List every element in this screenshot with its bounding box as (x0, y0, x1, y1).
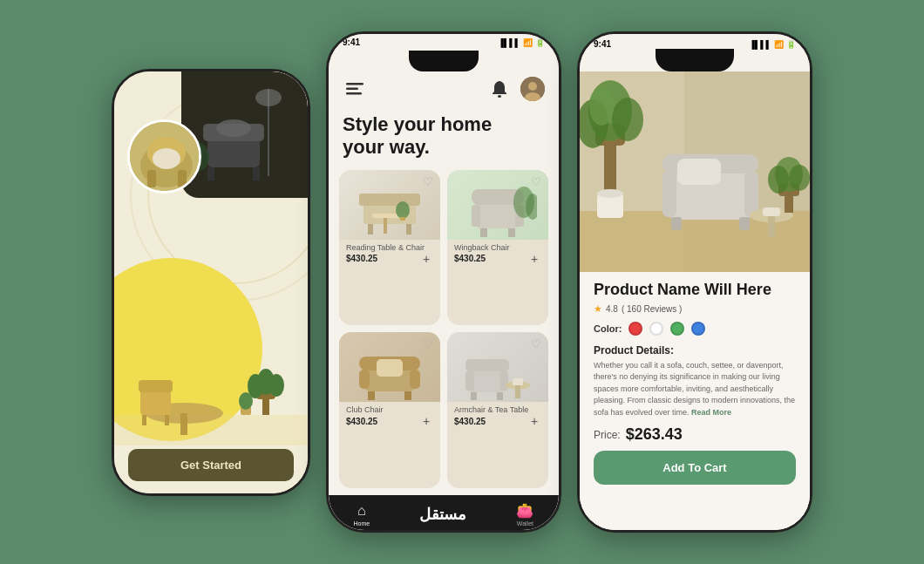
product-info-3: Club Chair $430.25 + (339, 402, 440, 430)
svg-point-16 (153, 148, 180, 169)
svg-rect-63 (465, 371, 474, 391)
status-icons: ▐▌▌▌ 📶 🔋 (498, 38, 545, 47)
user-avatar[interactable] (520, 77, 545, 101)
svg-rect-48 (472, 205, 480, 227)
wishlist-icon-2[interactable]: ♡ (531, 175, 541, 188)
product-info-1: Reading Table & Chair $430.25 + (339, 240, 440, 268)
svg-rect-89 (768, 215, 775, 237)
hero-title: Style your home your way. (329, 106, 559, 163)
svg-rect-65 (471, 392, 477, 400)
svg-rect-56 (359, 370, 370, 389)
svg-rect-31 (346, 83, 363, 85)
add-to-cart-button[interactable]: Add To Cart (594, 451, 796, 485)
product-card-2[interactable]: ♡ Wingback Chair (447, 170, 548, 326)
product-content: Product Name Will Here ★ 4.8 ( 160 Revie… (580, 272, 810, 530)
color-red[interactable] (628, 322, 642, 336)
svg-rect-15 (178, 170, 187, 187)
add-to-cart-3[interactable]: + (419, 414, 433, 428)
brand-logo: مستقل (419, 505, 466, 524)
product-info-4: Armchair & Tea Table $430.25 + (447, 402, 548, 430)
svg-rect-40 (368, 224, 373, 234)
svg-point-1 (255, 89, 282, 106)
product-name-3: Club Chair (346, 405, 433, 414)
svg-point-77 (612, 98, 643, 141)
nav-wallet-label: Wallet (517, 520, 533, 527)
price-label: Price: (594, 429, 621, 441)
battery-icon-3: 🔋 (786, 40, 796, 49)
product-name-1: Reading Table & Chair (346, 243, 433, 252)
price-section: Price: $263.43 (594, 425, 796, 444)
nav-logo[interactable]: مستقل (419, 505, 466, 524)
nav-home[interactable]: ⌂ Home (354, 503, 370, 527)
home-icon: ⌂ (357, 503, 366, 519)
svg-point-95 (789, 165, 810, 191)
svg-rect-68 (515, 385, 520, 398)
svg-rect-22 (142, 415, 146, 425)
svg-rect-60 (377, 359, 403, 377)
app-header (329, 71, 559, 106)
status-time-3: 9:41 (594, 39, 611, 49)
svg-rect-41 (406, 224, 411, 234)
color-white[interactable] (649, 322, 663, 336)
product-card-4[interactable]: ♡ (447, 332, 548, 488)
svg-rect-24 (262, 398, 269, 415)
svg-point-28 (268, 374, 284, 397)
notch-3 (656, 49, 734, 71)
notification-button[interactable] (487, 77, 512, 101)
svg-rect-91 (785, 194, 793, 213)
signal-icon: ▐▌▌▌ (498, 38, 520, 47)
svg-rect-39 (359, 194, 420, 206)
wishlist-icon-1[interactable]: ♡ (423, 175, 433, 188)
svg-rect-5 (253, 167, 260, 180)
phone-1: Get Started (112, 69, 310, 496)
product-price-1: $430.25 (346, 254, 377, 263)
signal-icon-3: ▐▌▌▌ (749, 40, 771, 49)
get-started-button[interactable]: Get Started (128, 449, 294, 481)
product-price-2: $430.25 (454, 254, 486, 263)
details-heading: Product Details: (594, 344, 796, 357)
phone-2: 9:41 ▐▌▌▌ 📶 🔋 (326, 31, 561, 533)
star-icon: ★ (594, 303, 602, 315)
add-to-cart-2[interactable]: + (527, 252, 541, 266)
svg-rect-4 (207, 167, 214, 180)
product-description: Whether you call it a sofa, couch, sette… (594, 360, 796, 419)
wishlist-icon-4[interactable]: ♡ (531, 337, 541, 350)
svg-rect-59 (404, 391, 411, 400)
svg-point-94 (768, 166, 789, 194)
wishlist-icon-3[interactable]: ♡ (423, 337, 433, 350)
dark-room-bg (181, 71, 308, 198)
product-hero-image: ‹ ♥ (580, 71, 810, 272)
svg-rect-58 (368, 391, 375, 400)
svg-rect-86 (739, 217, 750, 230)
nav-home-label: Home (354, 520, 370, 527)
product-card-1[interactable]: ♡ Readi (339, 170, 440, 326)
svg-rect-90 (763, 207, 780, 216)
read-more-link[interactable]: Read More (691, 408, 731, 417)
svg-point-6 (216, 119, 251, 137)
add-to-cart-1[interactable]: + (419, 252, 433, 266)
svg-point-36 (528, 82, 537, 91)
wallet-icon: 👛 (516, 502, 533, 519)
svg-rect-51 (508, 228, 515, 237)
product-grid: ♡ Readi (329, 163, 559, 495)
svg-rect-20 (140, 389, 171, 415)
product-card-3[interactable]: ♡ Club Chair (339, 332, 440, 488)
status-icons-3: ▐▌▌▌ 📶 🔋 (749, 40, 796, 49)
svg-rect-62 (465, 359, 509, 371)
menu-button[interactable] (343, 77, 367, 101)
add-to-cart-4[interactable]: + (527, 414, 541, 428)
svg-point-80 (597, 189, 623, 198)
nav-wallet[interactable]: 👛 Wallet (516, 502, 533, 527)
svg-rect-85 (671, 217, 682, 230)
color-blue[interactable] (691, 322, 705, 336)
svg-rect-84 (744, 172, 758, 217)
rating-value: 4.8 (606, 304, 618, 314)
product-image-4: ♡ (447, 332, 548, 402)
svg-rect-21 (139, 380, 173, 392)
product-price-3: $430.25 (346, 417, 377, 426)
product-image-2: ♡ (447, 170, 548, 240)
price-value: $263.43 (626, 425, 683, 444)
svg-rect-33 (346, 92, 362, 95)
battery-icon: 🔋 (535, 38, 545, 47)
color-green[interactable] (670, 322, 684, 336)
